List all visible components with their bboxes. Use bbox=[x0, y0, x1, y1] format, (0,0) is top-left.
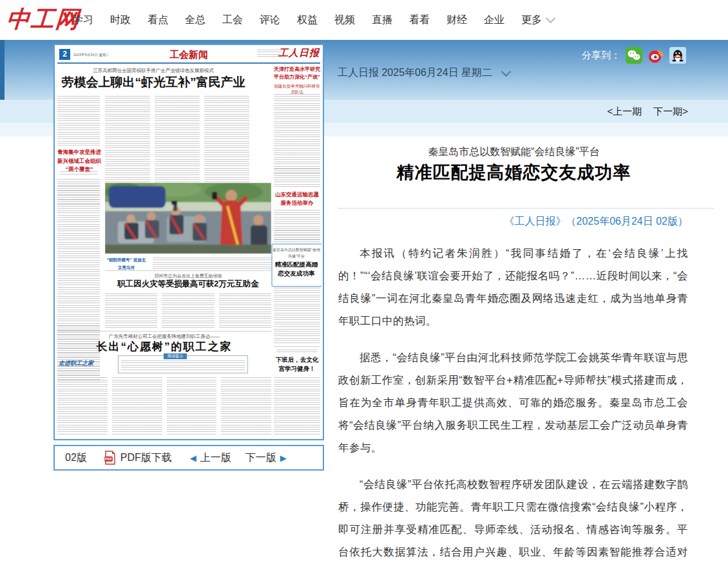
qq-icon[interactable] bbox=[669, 47, 686, 64]
story-guangdong-headline: 长出“心愿树”的职工之家 bbox=[57, 339, 271, 354]
top-navigation: 中工网 学习 时政 看点 全总 工会 评论 权益 视频 直播 看看 财经 企业 … bbox=[0, 0, 728, 40]
article-paragraph: 本报讯（特约记者朱润胜）“我同事结婚了，在‘会结良缘’上找的！”“‘会结良缘’联… bbox=[338, 242, 688, 332]
page-number-label: 02版 bbox=[65, 451, 87, 465]
reading-tip-label: 阅读提示 bbox=[164, 353, 187, 359]
prev-page-arrow-icon[interactable]: ◀ bbox=[190, 453, 196, 463]
text-block bbox=[274, 377, 320, 435]
nav-item-watch[interactable]: 看看 bbox=[409, 14, 430, 27]
nav-item-comment[interactable]: 评论 bbox=[260, 14, 280, 27]
text-columns bbox=[105, 96, 249, 182]
page: 中工网 学习 时政 看点 全总 工会 评论 权益 视频 直播 看看 财经 企业 … bbox=[0, 0, 728, 562]
nav-item-study[interactable]: 学习 bbox=[73, 14, 93, 27]
nav-item-more[interactable]: 更多 bbox=[521, 14, 553, 27]
prev-issue-link[interactable]: <上一期 bbox=[607, 106, 642, 118]
nav-item-politics[interactable]: 时政 bbox=[110, 14, 131, 27]
nav-item-enterprise[interactable]: 企业 bbox=[484, 14, 504, 27]
story-top-kicker: 江苏高邮两位全国劳模联手推广全产业链绿色发展新模式 bbox=[57, 68, 249, 74]
text-columns bbox=[105, 294, 271, 330]
text-block bbox=[60, 171, 97, 174]
text-block bbox=[121, 361, 245, 371]
next-page-arrow-icon[interactable]: ▶ bbox=[280, 453, 287, 463]
next-page-button[interactable]: 下一版 bbox=[245, 451, 276, 465]
story-qhd-kicker: 秦皇岛市总以数智赋能“会结良缘”平台 bbox=[273, 247, 320, 259]
svg-text:PDF: PDF bbox=[104, 457, 112, 461]
story-top-headline: 劳模会上聊出“虾光互补”富民产业 bbox=[57, 74, 249, 91]
divider bbox=[105, 270, 271, 271]
nav-item-video[interactable]: 视频 bbox=[334, 14, 355, 27]
share-label: 分享到： bbox=[582, 50, 620, 62]
issue-pager: <上一期 下一期> bbox=[607, 100, 688, 123]
nav-item-acftu[interactable]: 全总 bbox=[185, 14, 206, 27]
divider bbox=[57, 331, 271, 332]
article-paragraph: “会结良缘”平台依托高校数智程序研发团队建设，在云端搭建数字鹊桥，操作便捷、功能… bbox=[338, 473, 688, 562]
chevron-down-icon bbox=[546, 13, 556, 23]
text-block bbox=[153, 258, 271, 269]
story-wenhuagong-headline: 下班后，去文化宫学习健身！ bbox=[274, 355, 320, 374]
text-block bbox=[274, 286, 320, 344]
nav-item-finance[interactable]: 财经 bbox=[446, 14, 467, 27]
paper-masthead-logo: 工人日报 bbox=[278, 47, 320, 59]
nav-item-union[interactable]: 工会 bbox=[222, 14, 243, 27]
wechat-icon[interactable] bbox=[626, 47, 642, 64]
issue-date-selector[interactable]: 工人日报 2025年06月24日 星期二 bbox=[338, 66, 508, 80]
text-block bbox=[276, 350, 318, 353]
nav-item-live[interactable]: 直播 bbox=[372, 14, 392, 27]
site-logo[interactable]: 中工网 bbox=[5, 4, 81, 35]
nav-item-highlights[interactable]: 看点 bbox=[148, 14, 168, 27]
reading-tip-box: 阅读提示 bbox=[118, 355, 248, 373]
weibo-icon[interactable] bbox=[647, 47, 664, 64]
text-columns bbox=[57, 377, 271, 435]
prev-page-button[interactable]: 上一版 bbox=[200, 451, 231, 465]
article-title: 精准匹配提高婚恋交友成功率 bbox=[338, 161, 689, 184]
article-divider bbox=[338, 208, 714, 209]
article-source: 《工人日报》（2025年06月24日 02版） bbox=[338, 215, 688, 229]
column-label: 走进职工之家 bbox=[59, 359, 110, 368]
issue-date-label: 工人日报 2025年06月24日 星期二 bbox=[338, 66, 492, 80]
story-qinghai-headline: 青海集中攻坚推进新兴领域工会组织“两个覆盖” bbox=[57, 148, 101, 174]
pdf-icon[interactable]: PDF bbox=[104, 451, 117, 465]
article-body: 本报讯（特约记者朱润胜）“我同事结婚了，在‘会结良缘’上找的！”“‘会结良缘’联… bbox=[338, 242, 688, 562]
newspaper-photo bbox=[105, 183, 271, 254]
article-kicker: 秦皇岛市总以数智赋能“会结良缘”平台 bbox=[338, 145, 689, 159]
article-paragraph: 据悉，“会结良缘”平台由河北科技师范学院工会姚英华青年联谊与思政创新工作室，创新… bbox=[338, 346, 688, 459]
divider bbox=[274, 346, 320, 347]
story-qhd-headline: 精准匹配提高婚恋交友成功率 bbox=[273, 260, 320, 279]
story-zhengzhou-headline: 职工因火灾等受损最高可获2万元互助金 bbox=[105, 279, 271, 290]
photo-caption: “朝阳劳模号” 巡游北京亮马河 bbox=[105, 256, 148, 271]
divider bbox=[57, 145, 100, 145]
newspaper-page-preview[interactable]: 2 2025年6月24日 星期二 工会新闻 工人日报 江苏高邮两位全国劳模联手推… bbox=[53, 44, 324, 440]
story-tianjin-headline: 天津打造高水平研究平台助力深化“产改” bbox=[274, 66, 320, 82]
text-block bbox=[274, 210, 320, 242]
more-label: 更多 bbox=[521, 14, 542, 25]
next-issue-link[interactable]: 下一期> bbox=[653, 106, 688, 118]
newspaper-page: 2 2025年6月24日 星期二 工会新闻 工人日报 江苏高邮两位全国劳模联手推… bbox=[56, 46, 321, 438]
masthead-rule bbox=[57, 62, 320, 64]
nav-item-rights[interactable]: 权益 bbox=[297, 14, 318, 27]
pdf-download-button[interactable]: PDF版下载 bbox=[120, 451, 172, 465]
main-menu: 学习 时政 看点 全总 工会 评论 权益 视频 直播 看看 财经 企业 更多 bbox=[73, 0, 553, 40]
text-block bbox=[57, 96, 100, 145]
share-row: 分享到： bbox=[582, 47, 686, 64]
text-block bbox=[274, 94, 320, 187]
viewer-toolbar: 02版 PDF PDF版下载 ◀ 上一版 下一版 ▶ bbox=[53, 445, 324, 471]
story-shandong-headline: 山东交通运输志愿服务活动举办 bbox=[274, 191, 320, 207]
